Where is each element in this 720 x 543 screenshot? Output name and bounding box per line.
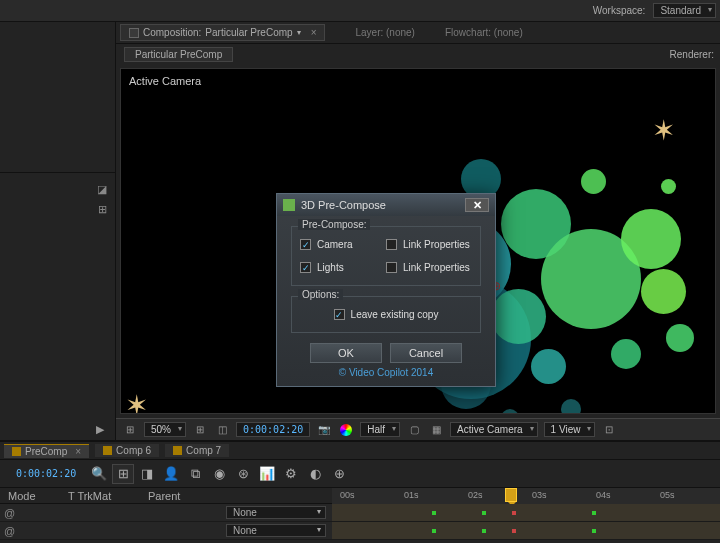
sparkle-icon: ✶ — [125, 389, 148, 414]
cancel-button[interactable]: Cancel — [390, 343, 462, 363]
timeline-tab[interactable]: Comp 7 — [165, 444, 229, 457]
composition-viewer[interactable]: Active Camera ⊕ — [120, 68, 716, 414]
renderer-label[interactable]: Renderer: — [670, 49, 714, 60]
link-properties-1-label: Link Properties — [403, 239, 470, 250]
motion-blur-icon[interactable]: ◉ — [208, 464, 230, 484]
pickwhip-icon[interactable]: @ — [4, 507, 16, 519]
dialog-titlebar[interactable]: 3D Pre-Compose ✕ — [277, 194, 495, 216]
link-properties-1-checkbox[interactable] — [386, 239, 397, 250]
mode-column: Mode — [0, 490, 60, 502]
view-options-icon[interactable]: ⊡ — [601, 423, 617, 437]
lights-checkbox-label: Lights — [317, 262, 344, 273]
comp-tab-bar: Composition: Particular PreComp ▾ × Laye… — [116, 22, 720, 44]
camera-checkbox-label: Camera — [317, 239, 353, 250]
close-icon[interactable]: × — [311, 27, 317, 38]
comp-tab-prefix: Composition: — [143, 27, 201, 38]
pickwhip-icon[interactable]: @ — [4, 525, 16, 537]
timeline-panel: PreComp×Comp 6Comp 7 0:00:02:20 🔍 ⊞ ◨ 👤 … — [0, 440, 720, 543]
ruler-tick: 04s — [596, 490, 611, 500]
layer-row[interactable]: @None — [0, 522, 720, 540]
comp-tab-name: Particular PreComp — [205, 27, 292, 38]
timeline-timecode[interactable]: 0:00:02:20 — [16, 468, 76, 479]
flowchart-tab[interactable]: Flowchart: (none) — [445, 27, 523, 38]
time-ruler[interactable]: 00s01s02s03s04s05s06 — [332, 488, 720, 504]
ruler-tick: 02s — [468, 490, 483, 500]
comp-mini-flowchart-icon[interactable]: ⊞ — [112, 464, 134, 484]
tool-icon[interactable]: ⚙ — [280, 464, 302, 484]
timeline-tabs: PreComp×Comp 6Comp 7 — [0, 442, 720, 460]
timeline-tab[interactable]: Comp 6 — [95, 444, 159, 457]
sparkle-icon: ✶ — [652, 114, 675, 147]
3d-precompose-dialog: 3D Pre-Compose ✕ Pre-Compose: Camera Lin… — [276, 193, 496, 387]
snapshot-icon[interactable]: 📷 — [316, 423, 332, 437]
parent-dropdown[interactable]: None — [226, 524, 326, 537]
trkmat-column: T TrkMat — [60, 490, 140, 502]
panel-icon-1[interactable]: ◪ — [95, 182, 109, 196]
zoom-dropdown[interactable]: 50% — [144, 422, 186, 437]
precompose-legend: Pre-Compose: — [298, 219, 370, 230]
ruler-tick: 00s — [340, 490, 355, 500]
viewer-controls: ⊞ 50% ⊞ ◫ 0:00:02:20 📷 Half ▢ ▦ Active C… — [116, 418, 720, 440]
playhead[interactable] — [505, 488, 517, 502]
channel-icon[interactable] — [338, 423, 354, 437]
tool-icon[interactable]: ◐ — [304, 464, 326, 484]
timeline-tab[interactable]: PreComp× — [4, 444, 89, 458]
top-menubar: Workspace: Standard — [0, 0, 720, 22]
mask-icon[interactable]: ◫ — [214, 423, 230, 437]
ok-button[interactable]: OK — [310, 343, 382, 363]
draft3d-icon[interactable]: ◨ — [136, 464, 158, 484]
camera-checkbox[interactable] — [300, 239, 311, 250]
ruler-tick: 01s — [404, 490, 419, 500]
grid-icon[interactable]: ⊞ — [192, 423, 208, 437]
copyright-text: © Video Copilot 2014 — [291, 367, 481, 378]
leave-existing-copy-checkbox[interactable] — [334, 309, 345, 320]
workspace-label: Workspace: — [593, 5, 646, 16]
parent-dropdown[interactable]: None — [226, 506, 326, 519]
composition-tab[interactable]: Composition: Particular PreComp ▾ × — [120, 24, 325, 41]
current-time[interactable]: 0:00:02:20 — [236, 422, 310, 437]
views-dropdown[interactable]: 1 View — [544, 422, 596, 437]
lights-checkbox[interactable] — [300, 262, 311, 273]
comp-icon — [129, 28, 139, 38]
frame-blend-icon[interactable]: ⧉ — [184, 464, 206, 484]
magnify-icon[interactable]: ⊞ — [122, 423, 138, 437]
workspace-dropdown[interactable]: Standard — [653, 3, 716, 18]
dialog-title: 3D Pre-Compose — [301, 199, 386, 211]
leave-existing-copy-label: Leave existing copy — [351, 309, 439, 320]
active-camera-label: Active Camera — [129, 75, 201, 87]
camera-dropdown[interactable]: Active Camera — [450, 422, 538, 437]
ruler-tick: 05s — [660, 490, 675, 500]
brainstorm-icon[interactable]: ⊛ — [232, 464, 254, 484]
ruler-tick: 03s — [532, 490, 547, 500]
project-panel: ◪ ⊞ ▶ — [0, 22, 116, 440]
shy-icon[interactable]: 👤 — [160, 464, 182, 484]
search-icon[interactable]: 🔍 — [88, 464, 110, 484]
parent-column: Parent — [140, 490, 188, 502]
link-properties-2-checkbox[interactable] — [386, 262, 397, 273]
link-properties-2-label: Link Properties — [403, 262, 470, 273]
comp-sub-tab[interactable]: Particular PreComp — [124, 47, 233, 62]
graph-editor-icon[interactable]: 📊 — [256, 464, 278, 484]
comp-tab-dd-icon[interactable]: ▾ — [297, 28, 301, 37]
play-icon[interactable]: ▶ — [96, 423, 104, 436]
options-legend: Options: — [298, 289, 343, 300]
transparency-grid-icon[interactable]: ▦ — [428, 423, 444, 437]
roi-icon[interactable]: ▢ — [406, 423, 422, 437]
dialog-app-icon — [283, 199, 295, 211]
layer-tab[interactable]: Layer: (none) — [355, 27, 414, 38]
tool-icon[interactable]: ⊕ — [328, 464, 350, 484]
panel-icon-2[interactable]: ⊞ — [95, 202, 109, 216]
layer-row[interactable]: @None — [0, 504, 720, 522]
close-button[interactable]: ✕ — [465, 198, 489, 212]
resolution-dropdown[interactable]: Half — [360, 422, 400, 437]
